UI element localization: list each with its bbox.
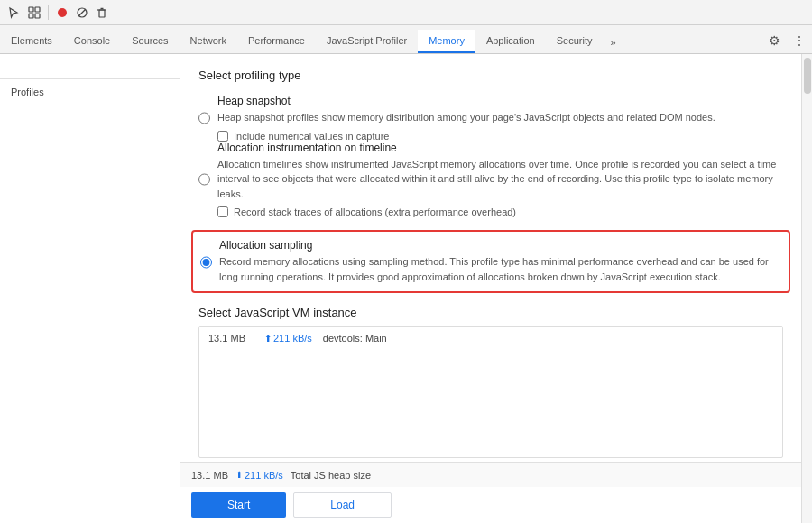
tabs-settings: ⚙ ⋮: [761, 28, 812, 53]
allocation-instrumentation-desc: Allocation timelines show instrumented J…: [217, 157, 783, 202]
vm-section: Select JavaScript VM instance 13.1 MB ⬆ …: [198, 306, 783, 458]
tab-js-profiler[interactable]: JavaScript Profiler: [316, 30, 418, 53]
heap-snapshot-option: Heap snapshot Heap snapshot profiles sho…: [198, 95, 783, 142]
vm-rate-arrow-icon: ⬆: [264, 334, 272, 344]
svg-point-4: [58, 8, 67, 17]
svg-rect-0: [29, 7, 33, 12]
inspect-icon[interactable]: [25, 4, 43, 22]
svg-rect-2: [29, 14, 33, 18]
toolbar-separator: [48, 5, 49, 20]
include-numerical-checkbox[interactable]: [217, 131, 228, 142]
tab-performance[interactable]: Performance: [237, 30, 316, 53]
svg-rect-1: [35, 7, 40, 12]
button-row: Start Load: [180, 487, 801, 523]
heap-snapshot-desc: Heap snapshot profiles show memory distr…: [217, 110, 783, 125]
top-toolbar: [0, 0, 812, 25]
allocation-sampling-radio[interactable]: [200, 241, 212, 284]
profiling-type-title: Select profiling type: [198, 69, 783, 82]
bottom-size: 13.1 MB: [191, 470, 228, 481]
sidebar-profiles-label: Profiles: [0, 79, 180, 101]
allocation-sampling-option-selected: Allocation sampling Record memory alloca…: [191, 230, 790, 293]
vm-rate-value: 211 kB/s: [273, 333, 312, 344]
vm-table: 13.1 MB ⬆ 211 kB/s devtools: Main: [198, 326, 783, 458]
bottom-rate-value: 211 kB/s: [245, 470, 283, 481]
allocation-instrumentation-option: Allocation instrumentation on timeline A…: [198, 142, 783, 218]
vm-rate: ⬆ 211 kB/s: [264, 333, 312, 344]
scroll-thumb[interactable]: [804, 58, 811, 94]
tab-application[interactable]: Application: [475, 30, 546, 53]
ban-icon[interactable]: [73, 4, 91, 22]
start-button[interactable]: Start: [191, 492, 286, 518]
more-icon[interactable]: ⋮: [787, 28, 812, 53]
svg-rect-7: [99, 10, 105, 17]
tabs-overflow-icon[interactable]: »: [603, 32, 623, 53]
bottom-bar: 13.1 MB ⬆ 211 kB/s Total JS heap size: [180, 462, 801, 487]
settings-icon[interactable]: ⚙: [761, 28, 787, 53]
record-stack-traces-checkbox[interactable]: [217, 206, 228, 217]
allocation-sampling-label[interactable]: Allocation sampling: [219, 239, 312, 252]
load-button[interactable]: Load: [293, 492, 392, 518]
vm-title: Select JavaScript VM instance: [198, 306, 783, 319]
allocation-instrumentation-label[interactable]: Allocation instrumentation on timeline: [217, 142, 397, 154]
heap-snapshot-checkbox-row: Include numerical values in capture: [217, 131, 783, 142]
allocation-sampling-desc: Record memory allocations using sampling…: [219, 254, 781, 284]
bottom-rate: ⬆ 211 kB/s: [235, 470, 283, 481]
sidebar: Profiles: [0, 54, 180, 523]
scrollbar[interactable]: [801, 54, 812, 523]
tab-elements[interactable]: Elements: [0, 30, 63, 53]
trash-icon[interactable]: [93, 4, 111, 22]
include-numerical-label[interactable]: Include numerical values in capture: [234, 131, 389, 142]
allocation-instrumentation-checkbox-row: Record stack traces of allocations (extr…: [217, 206, 783, 217]
bottom-rate-arrow-icon: ⬆: [235, 470, 243, 480]
tab-security[interactable]: Security: [546, 30, 604, 53]
tab-memory[interactable]: Memory: [418, 30, 475, 53]
vm-size: 13.1 MB: [208, 333, 254, 344]
main-layout: Profiles Select profiling type Heap snap…: [0, 54, 812, 523]
sidebar-toolbar: [0, 54, 180, 79]
svg-rect-3: [35, 14, 40, 18]
vm-empty-space: [199, 349, 782, 457]
svg-line-6: [78, 9, 86, 16]
record-stack-traces-label[interactable]: Record stack traces of allocations (extr…: [234, 206, 516, 217]
vm-row[interactable]: 13.1 MB ⬆ 211 kB/s devtools: Main: [199, 327, 782, 349]
heap-snapshot-label[interactable]: Heap snapshot: [217, 95, 291, 107]
tab-console[interactable]: Console: [63, 30, 121, 53]
cursor-icon[interactable]: [5, 4, 23, 22]
record-icon[interactable]: [53, 4, 71, 22]
heap-snapshot-radio[interactable]: [198, 95, 210, 142]
allocation-instrumentation-radio[interactable]: [198, 142, 210, 218]
tab-sources[interactable]: Sources: [121, 30, 179, 53]
tab-network[interactable]: Network: [180, 30, 237, 53]
bottom-label: Total JS heap size: [291, 470, 371, 481]
content-area: Select profiling type Heap snapshot Heap…: [180, 54, 801, 462]
tabs-bar: Elements Console Sources Network Perform…: [0, 25, 812, 54]
vm-name: devtools: Main: [323, 333, 387, 344]
